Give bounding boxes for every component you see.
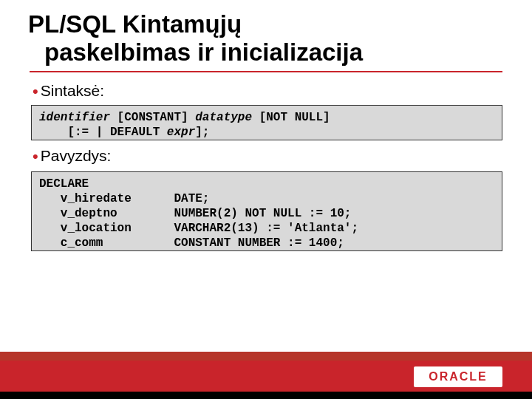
title-line-2: paskelbimas ir inicializacija xyxy=(28,38,510,66)
slide: PL/SQL Kintamųjų paskelbimas ir iniciali… xyxy=(0,0,532,399)
code-syntax-line2a: [:= | DEFAULT xyxy=(39,126,167,139)
title-underline xyxy=(30,71,502,72)
slide-title: PL/SQL Kintamųjų paskelbimas ir iniciali… xyxy=(28,10,510,66)
code-syntax-line2b: ]; xyxy=(195,126,209,139)
code-syntax-datatype: datatype xyxy=(195,111,252,124)
footer-bar: ORACLE xyxy=(0,352,532,399)
title-line-1: PL/SQL Kintamųjų xyxy=(28,10,242,38)
oracle-logo: ORACLE xyxy=(414,366,502,387)
bullet-example-label: Pavyzdys: xyxy=(41,147,112,164)
code-syntax-identifier: identifier xyxy=(39,111,110,124)
code-syntax-expr: expr xyxy=(167,126,195,139)
bullet-dot-icon: • xyxy=(33,147,38,166)
code-syntax-seg2: [CONSTANT] xyxy=(110,111,195,124)
bullet-dot-icon: • xyxy=(33,82,38,100)
footer-stripe-top xyxy=(0,352,532,361)
footer-stripe-bottom xyxy=(0,392,532,399)
code-example-text: DECLARE v_hiredate DATE; v_deptno NUMBER… xyxy=(39,177,358,250)
bullet-syntax: •Sintaksė: xyxy=(33,81,104,100)
oracle-logo-text: ORACLE xyxy=(429,370,488,383)
code-example-box: DECLARE v_hiredate DATE; v_deptno NUMBER… xyxy=(31,171,502,251)
code-syntax-seg4: [NOT NULL] xyxy=(252,111,330,124)
bullet-syntax-label: Sintaksė: xyxy=(41,82,104,99)
code-syntax-box: identifier [CONSTANT] datatype [NOT NULL… xyxy=(31,105,502,140)
bullet-example: •Pavyzdys: xyxy=(33,146,111,166)
